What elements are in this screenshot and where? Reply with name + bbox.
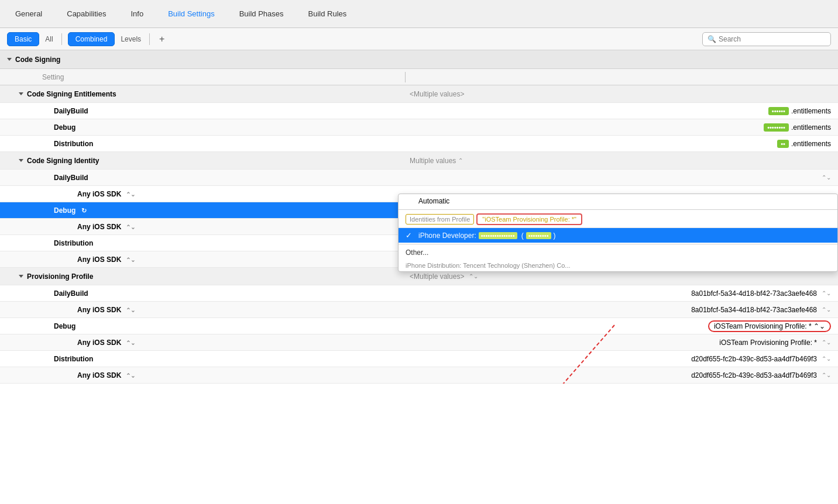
code-signing-title: Code Signing <box>15 56 60 64</box>
dailybuild-anysdk-label: Any iOS SDK <box>77 190 121 198</box>
dailybuild-pp-stepper[interactable]: ⌃⌄ <box>822 290 831 296</box>
cse-triangle-icon <box>19 92 23 95</box>
dist-pp-anysdk-label: Any iOS SDK <box>77 371 121 379</box>
dist-cse-label: Distribution <box>54 140 93 148</box>
debug-anysdk-stepper[interactable]: ⌃⌄ <box>126 224 135 230</box>
dist-pp-stepper[interactable]: ⌃⌄ <box>822 355 831 362</box>
dropdown-automatic[interactable]: Automatic <box>399 194 837 208</box>
column-divider <box>405 72 406 82</box>
table-row[interactable]: Distribution •• .entitlements <box>0 136 838 152</box>
dropdown-automatic-label: Automatic <box>418 197 449 205</box>
debug-pp-label: Debug <box>54 322 75 330</box>
dist-pp-label: Distribution <box>54 355 93 363</box>
tab-capabilities[interactable]: Capabilities <box>63 7 109 20</box>
csi-arrow: ⌃ <box>458 157 463 164</box>
search-input[interactable] <box>719 35 826 43</box>
dropdown-divider-1 <box>399 209 837 210</box>
debug-csi-label: Debug <box>54 206 75 215</box>
identities-value: "iOSTeam Provisioning Profile: *" <box>476 213 582 225</box>
setting-column-header: Setting <box>7 73 405 81</box>
dailybuild-csi-stepper: ⌃⌄ <box>822 174 831 181</box>
table-row[interactable]: DailyBuild 8a01bfcf-5a34-4d18-bf42-73ac3… <box>0 285 838 302</box>
filter-bar: Basic All Combined Levels + 🔍 <box>0 28 838 50</box>
debug-pp-anysdk-label: Any iOS SDK <box>77 339 121 347</box>
table-row[interactable]: Distribution d20df655-fc2b-439c-8d53-aa4… <box>0 351 838 367</box>
search-box[interactable]: 🔍 <box>702 32 831 46</box>
cse-value: <Multiple values> <box>410 90 464 98</box>
table-row[interactable]: DailyBuild ⌃⌄ <box>0 170 838 186</box>
dailybuild-pp-anysdk-stepper-icon: ⌃⌄ <box>126 307 135 313</box>
table-row[interactable]: Any iOS SDK ⌃⌄ d20df655-fc2b-439c-8d53-a… <box>0 367 838 384</box>
dropdown-divider-2 <box>399 244 837 244</box>
dailybuild-cse-value: •••••• <box>768 107 789 115</box>
filter-add-button[interactable]: + <box>156 34 168 44</box>
debug-pp-anysdk-stepper[interactable]: ⌃⌄ <box>822 339 831 346</box>
table-row[interactable]: Any iOS SDK ⌃⌄ 8a01bfcf-5a34-4d18-bf42-7… <box>0 302 838 318</box>
dailybuild-cse-label: DailyBuild <box>54 107 88 115</box>
dist-cse-value: •• <box>777 140 789 148</box>
column-header-row: Setting <box>0 69 838 85</box>
dailybuild-pp-label: DailyBuild <box>54 289 88 298</box>
iphone-dev-close-paren: ) <box>554 232 556 240</box>
dropdown-checkmark-dev: ✓ <box>406 231 414 240</box>
dist-anysdk-stepper[interactable]: ⌃⌄ <box>126 257 135 263</box>
tab-build-rules[interactable]: Build Rules <box>305 7 351 20</box>
dailybuild-cse-ext: .entitlements <box>791 107 831 115</box>
debug-refresh-icon: ↻ <box>81 207 87 214</box>
dist-pp-anysdk-stepper-icon: ⌃⌄ <box>126 372 135 379</box>
cse-section-row: Code Signing Entitlements <Multiple valu… <box>0 85 838 103</box>
main-content: Code Signing Setting Code Signing Entitl… <box>0 50 838 384</box>
pp-stepper[interactable]: ⌃⌄ <box>469 273 478 279</box>
table-row[interactable]: Any iOS SDK ⌃⌄ iOSTeam Provisioning Prof… <box>0 334 838 351</box>
dropdown-dist-text: iPhone Distribution: Tencent Technology … <box>406 262 571 269</box>
dist-anysdk-label: Any iOS SDK <box>77 256 121 264</box>
dailybuild-pp-anysdk-stepper[interactable]: ⌃⌄ <box>822 306 831 313</box>
debug-anysdk-label: Any iOS SDK <box>77 223 121 231</box>
triangle-icon <box>7 58 12 61</box>
search-icon: 🔍 <box>708 35 716 43</box>
csi-value: Multiple values <box>410 157 456 165</box>
dist-pp-anysdk-stepper[interactable]: ⌃⌄ <box>822 372 831 378</box>
filter-basic-button[interactable]: Basic <box>7 32 39 46</box>
filter-divider-1 <box>61 33 62 45</box>
code-signing-section-header: Code Signing <box>0 50 838 69</box>
pp-triangle-icon <box>19 275 23 278</box>
dropdown-distribution-row: iPhone Distribution: Tencent Technology … <box>399 260 837 271</box>
debug-cse-value: •••••••• <box>764 123 789 132</box>
filter-all-label[interactable]: All <box>43 35 55 43</box>
pp-title: Provisioning Profile <box>27 272 93 281</box>
dist-pp-anysdk-value: d20df655-fc2b-439c-8d53-aa4df7b469f3 <box>691 371 817 379</box>
identity-dropdown: Automatic Identities from Profile "iOSTe… <box>398 194 838 272</box>
table-row[interactable]: Debug •••••••• .entitlements <box>0 119 838 136</box>
iphone-dev-name: ••••••••••••••• <box>479 232 517 239</box>
iphone-dev-text: iPhone Developer: ••••••••••••••• ( ••••… <box>418 232 556 240</box>
debug-pp-value: iOSTeam Provisioning Profile: * ⌃⌄ <box>708 320 831 332</box>
tab-general[interactable]: General <box>12 7 46 20</box>
pp-value: <Multiple values> <box>410 272 464 281</box>
dailybuild-csi-label: DailyBuild <box>54 174 88 182</box>
dist-csi-label: Distribution <box>54 239 93 247</box>
iphone-dev-id-val: ••••••••• <box>526 232 551 239</box>
dropdown-other-label: Other... <box>406 248 428 257</box>
csi-section-row: Code Signing Identity Multiple values ⌃ <box>0 152 838 170</box>
dropdown-other[interactable]: Other... <box>399 246 837 260</box>
filter-divider-2 <box>149 33 150 45</box>
filter-levels-label[interactable]: Levels <box>118 35 143 43</box>
dropdown-identities-row: Identities from Profile "iOSTeam Provisi… <box>399 211 837 228</box>
tab-build-settings[interactable]: Build Settings <box>164 7 218 20</box>
cse-title: Code Signing Entitlements <box>27 90 116 98</box>
debug-pp-anysdk-stepper-icon: ⌃⌄ <box>126 340 135 346</box>
table-row[interactable]: DailyBuild •••••• .entitlements <box>0 103 838 119</box>
tab-info[interactable]: Info <box>127 7 147 20</box>
debug-cse-ext: .entitlements <box>791 123 831 132</box>
dropdown-iphone-developer[interactable]: ✓ iPhone Developer: ••••••••••••••• ( ••… <box>399 228 837 243</box>
csi-title: Code Signing Identity <box>27 157 99 165</box>
iphone-dev-label: iPhone Developer: <box>418 232 476 240</box>
tab-build-phases[interactable]: Build Phases <box>236 7 287 20</box>
filter-combined-button[interactable]: Combined <box>68 32 115 46</box>
dailybuild-pp-value: 8a01bfcf-5a34-4d18-bf42-73ac3aefe468 <box>691 289 817 298</box>
csi-triangle-icon <box>19 159 23 162</box>
debug-pp-anysdk-value: iOSTeam Provisioning Profile: * <box>719 339 817 347</box>
debug-pp-row[interactable]: Debug iOSTeam Provisioning Profile: * ⌃⌄ <box>0 318 838 334</box>
dailybuild-anysdk-stepper[interactable]: ⌃⌄ <box>126 191 135 198</box>
